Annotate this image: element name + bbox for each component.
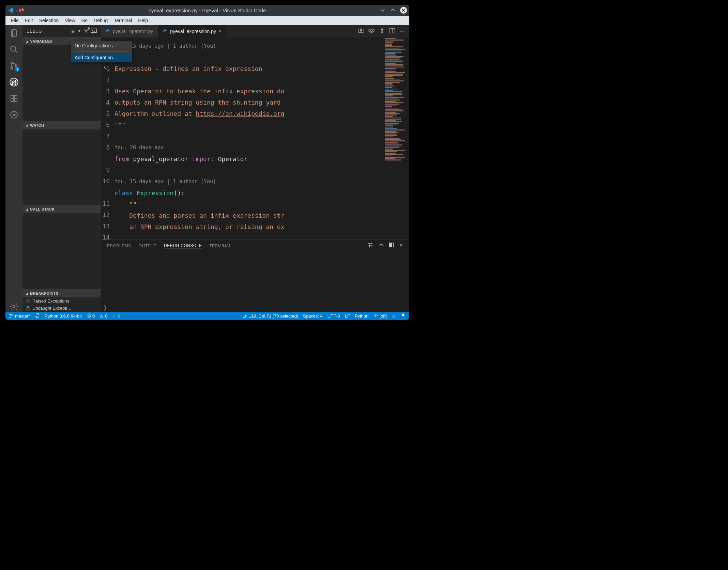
breakpoint-label: Uncaught Excepti… xyxy=(32,306,72,311)
panel-tab-output[interactable]: OUTPUT xyxy=(139,244,156,248)
svg-point-13 xyxy=(13,306,15,308)
clear-icon[interactable] xyxy=(368,243,374,249)
svg-point-0 xyxy=(11,46,16,51)
menu-help[interactable]: Help xyxy=(135,17,151,24)
menu-file[interactable]: File xyxy=(8,17,21,24)
svg-point-29 xyxy=(375,315,377,317)
svg-point-17 xyxy=(164,30,165,30)
encoding[interactable]: UTF-8 xyxy=(328,313,340,319)
settings-gear-icon[interactable] xyxy=(9,302,19,312)
breakpoints-list: Raised ExceptionsUncaught Excepti… xyxy=(22,297,101,312)
close-button[interactable]: ✕ xyxy=(400,7,407,14)
scm-icon[interactable]: 1 xyxy=(9,61,19,71)
diff-icon[interactable] xyxy=(379,28,385,35)
svg-point-12 xyxy=(13,114,15,115)
panel-up-icon[interactable] xyxy=(379,243,384,249)
compare-icon[interactable] xyxy=(358,28,364,35)
menu-terminal[interactable]: Terminal xyxy=(111,17,135,24)
panel-tabs: PROBLEMSOUTPUTDEBUG CONSOLETERMINAL ✕ xyxy=(101,240,409,252)
debug-console-icon[interactable] xyxy=(91,28,97,34)
indentation[interactable]: Spaces: 4 xyxy=(303,313,323,319)
code-lens[interactable]: You, 15 days ago | 1 author (You) xyxy=(115,40,385,52)
config-dropdown-button[interactable]: ▼ xyxy=(78,29,81,33)
minimize-button[interactable] xyxy=(380,7,386,13)
svg-point-16 xyxy=(107,30,107,30)
watch-body xyxy=(22,129,101,205)
close-tab-icon[interactable]: × xyxy=(218,29,221,34)
feedback-icon[interactable]: ☺ xyxy=(392,313,396,319)
panel-close-icon[interactable]: ✕ xyxy=(399,243,403,249)
python-version[interactable]: Python 3.6.6 64-bit xyxy=(45,313,82,319)
gutter: 12345678 910 11121314 xyxy=(101,37,115,240)
start-debug-button[interactable]: ▶ xyxy=(72,29,76,34)
extensions-icon[interactable] xyxy=(9,93,19,104)
panel-tab-problems[interactable]: PROBLEMS xyxy=(107,244,131,248)
editor[interactable]: 12345678 910 11121314 You, 15 days ago |… xyxy=(101,37,409,240)
debug-icon[interactable] xyxy=(9,77,19,87)
activity-bar: 1 xyxy=(5,25,22,312)
menu-go[interactable]: Go xyxy=(78,17,90,24)
language-mode[interactable]: Python xyxy=(355,313,368,319)
checks-count[interactable]: ✓ 6 xyxy=(112,313,120,319)
reveal-icon[interactable] xyxy=(368,28,375,34)
svg-point-14 xyxy=(85,30,87,31)
sync-icon[interactable] xyxy=(35,313,40,319)
gitlens-icon[interactable] xyxy=(9,110,19,120)
svg-point-3 xyxy=(15,65,17,66)
errors-count[interactable]: ⓧ 0 xyxy=(87,313,95,319)
callstack-body xyxy=(22,213,101,289)
git-branch[interactable]: master* xyxy=(9,313,30,319)
menu-debug[interactable]: Debug xyxy=(91,17,110,24)
watch-section[interactable]: WATCH xyxy=(22,121,101,129)
breakpoints-section[interactable]: BREAKPOINTS xyxy=(22,289,101,297)
panel-tab-debug-console[interactable]: DEBUG CONSOLE xyxy=(164,243,202,248)
checkbox[interactable] xyxy=(26,299,30,303)
svg-point-1 xyxy=(11,62,13,64)
live-share-off[interactable]: [off] xyxy=(373,313,386,319)
breakpoint-item[interactable]: Raised Exceptions xyxy=(22,297,101,305)
menu-edit[interactable]: Edit xyxy=(22,17,36,24)
window-title: pyeval_expression.py - PyEval - Visual S… xyxy=(149,7,266,13)
search-icon[interactable] xyxy=(9,44,19,55)
debug-sidebar: DEBUG ▶ ▼ VARIABLES WATCH CALL STACK BRE… xyxy=(22,25,101,312)
scm-badge: 1 xyxy=(15,67,20,72)
pin-icon[interactable]: 📌 xyxy=(16,6,25,15)
panel-tab-terminal[interactable]: TERMINAL xyxy=(209,244,231,248)
breakpoint-item[interactable]: Uncaught Excepti… xyxy=(22,305,101,312)
editor-tab[interactable]: pyeval_expression.py× xyxy=(158,25,226,37)
debug-console-body[interactable] xyxy=(101,252,409,304)
editor-tab[interactable]: pyeval_operator.py xyxy=(101,25,158,37)
panel-maximize-icon[interactable] xyxy=(389,243,394,249)
menu-selection[interactable]: Selection xyxy=(36,17,62,24)
editor-pane: pyeval_operator.pypyeval_expression.py× … xyxy=(101,25,409,312)
tab-label: pyeval_operator.py xyxy=(113,29,153,34)
callstack-section[interactable]: CALL STACK xyxy=(22,205,101,213)
debug-console-input[interactable]: ❯ xyxy=(101,304,409,312)
svg-rect-25 xyxy=(390,243,392,247)
svg-rect-15 xyxy=(91,29,96,33)
menu-view[interactable]: View xyxy=(62,17,78,24)
eol[interactable]: LF xyxy=(345,313,350,319)
checkbox[interactable] xyxy=(26,306,30,310)
svg-point-27 xyxy=(10,317,10,318)
bell-icon[interactable] xyxy=(401,313,406,319)
code-lens[interactable]: You, 26 days ago xyxy=(115,142,385,153)
breakpoint-label: Raised Exceptions xyxy=(32,298,69,304)
split-icon[interactable] xyxy=(389,28,395,35)
explorer-icon[interactable] xyxy=(9,28,19,38)
maximize-button[interactable] xyxy=(390,7,396,13)
svg-point-26 xyxy=(10,314,10,315)
dropdown-no-config[interactable]: No Configurations xyxy=(71,41,132,50)
dropdown-add-config[interactable]: Add Configuration... xyxy=(71,53,132,62)
debug-settings-icon[interactable] xyxy=(83,28,89,34)
debug-header: DEBUG ▶ ▼ xyxy=(22,25,101,37)
config-dropdown: No Configurations Add Configuration... xyxy=(71,41,132,62)
code-area[interactable]: You, 15 days ago | 1 author (You)"""Expr… xyxy=(115,37,385,240)
warnings-count[interactable]: ⚠ 0 xyxy=(100,313,107,319)
code-lens[interactable]: You, 15 days ago | 1 author (You) xyxy=(115,176,385,187)
titlebar: 📌 pyeval_expression.py - PyEval - Visual… xyxy=(5,5,409,16)
cursor-position[interactable]: Ln 119, Col 71 (70 selected) xyxy=(243,313,298,319)
more-icon[interactable]: ⋯ xyxy=(399,28,405,35)
minimap[interactable] xyxy=(385,37,409,240)
vscode-window: 📌 pyeval_expression.py - PyEval - Visual… xyxy=(5,5,409,320)
